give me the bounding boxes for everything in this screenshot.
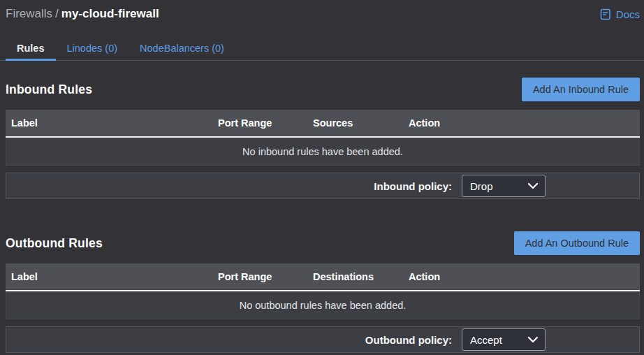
tab-nodebalancers[interactable]: NodeBalancers (0) — [129, 36, 235, 60]
docs-link-label: Docs — [616, 8, 640, 20]
column-header-label: Label — [6, 117, 218, 129]
outbound-rules-table: Label Port Range Destinations Action No … — [6, 263, 640, 319]
inbound-table-header: Label Port Range Sources Action — [6, 110, 640, 138]
inbound-policy-value: Drop — [470, 180, 493, 192]
outbound-policy-label: Outbound policy: — [365, 334, 452, 346]
outbound-policy-select[interactable]: Accept — [462, 328, 546, 351]
tab-linodes[interactable]: Linodes (0) — [56, 36, 129, 60]
column-header-action: Action — [409, 117, 640, 129]
outbound-policy-row: Outbound policy: Accept — [6, 326, 640, 353]
column-header-sources: Sources — [313, 117, 409, 129]
docs-icon — [600, 8, 612, 20]
add-inbound-rule-button[interactable]: Add An Inbound Rule — [522, 78, 640, 101]
inbound-policy-select[interactable]: Drop — [462, 175, 546, 197]
topbar: Firewalls/my-cloud-firewall Docs — [0, 0, 644, 21]
breadcrumb-current-firewall: my-cloud-firewall — [61, 7, 159, 20]
outbound-empty-text: No outbound rules have been added. — [240, 300, 407, 311]
inbound-rules-table: Label Port Range Sources Action No inbou… — [6, 110, 640, 166]
breadcrumb-separator: / — [55, 7, 59, 20]
tab-rules[interactable]: Rules — [6, 36, 56, 60]
inbound-empty-text: No inbound rules have been added. — [242, 146, 403, 157]
inbound-policy-label: Inbound policy: — [374, 180, 452, 192]
tab-bar: Rules Linodes (0) NodeBalancers (0) — [0, 36, 644, 61]
column-header-action: Action — [409, 271, 640, 282]
chevron-down-icon — [527, 336, 539, 343]
chevron-down-icon — [527, 182, 539, 189]
outbound-table-header: Label Port Range Destinations Action — [6, 263, 640, 291]
column-header-label: Label — [6, 271, 218, 282]
inbound-rules-title: Inbound Rules — [6, 82, 92, 97]
inbound-rules-section: Inbound Rules Add An Inbound Rule Label … — [0, 78, 644, 199]
outbound-empty-state: No outbound rules have been added. — [6, 291, 640, 319]
inbound-empty-state: No inbound rules have been added. — [6, 138, 640, 166]
column-header-port-range: Port Range — [218, 117, 313, 129]
column-header-port-range: Port Range — [218, 271, 313, 282]
breadcrumb: Firewalls/my-cloud-firewall — [6, 7, 159, 21]
docs-link[interactable]: Docs — [600, 8, 640, 20]
add-outbound-rule-button[interactable]: Add An Outbound Rule — [514, 231, 640, 255]
column-header-destinations: Destinations — [313, 271, 409, 282]
outbound-rules-title: Outbound Rules — [6, 236, 103, 251]
outbound-policy-value: Accept — [470, 334, 502, 346]
inbound-policy-row: Inbound policy: Drop — [6, 173, 640, 199]
breadcrumb-firewalls-link[interactable]: Firewalls — [6, 7, 52, 20]
outbound-rules-section: Outbound Rules Add An Outbound Rule Labe… — [0, 231, 644, 353]
